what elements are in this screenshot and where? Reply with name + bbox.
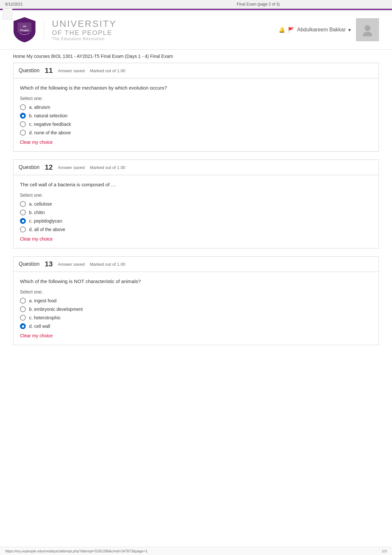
radio-12-d[interactable] bbox=[20, 227, 26, 232]
option-12-c-text: c. peptidoglycan bbox=[29, 218, 62, 224]
list-item[interactable]: d. cell wall bbox=[20, 323, 372, 329]
radio-13-a[interactable] bbox=[20, 298, 26, 304]
main-content: Question 11 Answer saved Marked out of 1… bbox=[0, 63, 392, 366]
bottom-bar: https://my.uopeople.edu/mod/quiz/attempt… bbox=[0, 547, 392, 555]
option-13-b-text: b. embryonic development bbox=[29, 307, 83, 312]
radio-11-b[interactable] bbox=[20, 113, 26, 119]
university-name: UNIVERSITY OF THE PEOPLE The Education R… bbox=[52, 19, 117, 41]
bell-icon[interactable]: 🔔 bbox=[279, 27, 285, 33]
option-13-a-text: a. ingest food bbox=[29, 298, 57, 303]
page-header: Uo People UNIVERSITY OF THE PEOPLE The E… bbox=[0, 10, 392, 50]
question-11-text: Which of the following is the mechanism … bbox=[20, 85, 372, 91]
university-main: UNIVERSITY bbox=[52, 19, 117, 29]
question-11-header: Question 11 Answer saved Marked out of 1… bbox=[13, 63, 379, 78]
list-item[interactable]: b. natural selection bbox=[20, 113, 372, 119]
radio-11-d[interactable] bbox=[20, 130, 26, 136]
page-indicator: 1/3 bbox=[382, 549, 387, 553]
question-11-body: Which of the following is the mechanism … bbox=[13, 78, 379, 151]
university-tagline: The Education Revolution bbox=[52, 37, 117, 41]
svg-text:Uo: Uo bbox=[23, 25, 26, 28]
notification-icons: 🔔 🚩 bbox=[279, 27, 294, 33]
question-11-status: Answer saved bbox=[58, 68, 85, 73]
browser-title: Final Exam (page 2 of 3) bbox=[237, 2, 280, 7]
header-divider bbox=[44, 20, 44, 40]
question-13-number: 13 bbox=[45, 260, 53, 268]
radio-11-a[interactable] bbox=[20, 104, 26, 110]
question-11-card: Question 11 Answer saved Marked out of 1… bbox=[13, 63, 379, 152]
option-13-c-text: c. heterotrophic bbox=[29, 315, 61, 320]
list-item[interactable]: c. negative feedback bbox=[20, 121, 372, 127]
breadcrumb: Home My courses BIOL 1301 - AY2021-T5 Fi… bbox=[0, 50, 392, 63]
question-13-label: Question bbox=[19, 261, 40, 267]
clear-choice-13[interactable]: Clear my choice bbox=[20, 333, 53, 338]
nav-hint bbox=[3, 8, 12, 20]
question-11-marked: Marked out of 1.00 bbox=[90, 68, 125, 73]
question-13-marked: Marked out of 1.00 bbox=[90, 262, 125, 267]
question-12-card: Question 12 Answer saved Marked out of 1… bbox=[13, 160, 379, 248]
question-12-header: Question 12 Answer saved Marked out of 1… bbox=[13, 160, 379, 175]
browser-bar: 8/12/2021 Final Exam (page 2 of 3) bbox=[0, 0, 392, 9]
user-menu[interactable]: 🔔 🚩 Abdulkareem Bakkar ▾ bbox=[279, 27, 351, 33]
question-13-status: Answer saved bbox=[58, 262, 85, 267]
user-name: Abdulkareem Bakkar bbox=[297, 27, 346, 33]
question-13-card: Question 13 Answer saved Marked out of 1… bbox=[13, 256, 379, 345]
option-11-b-text: b. natural selection bbox=[29, 113, 68, 118]
option-11-c-text: c. negative feedback bbox=[29, 122, 71, 127]
question-12-marked: Marked out of 1.00 bbox=[90, 165, 125, 170]
question-12-status: Answer saved bbox=[58, 165, 85, 170]
clear-choice-11[interactable]: Clear my choice bbox=[20, 140, 53, 145]
option-12-d-text: d. all of the above bbox=[29, 227, 65, 232]
question-11-label: Question bbox=[19, 68, 40, 74]
option-12-a-text: a. cellulose bbox=[29, 201, 52, 207]
page-url: https://my.uopeople.edu/mod/quiz/attempt… bbox=[5, 549, 148, 553]
question-12-number: 12 bbox=[45, 163, 53, 172]
option-13-d-text: d. cell wall bbox=[29, 324, 50, 329]
question-12-label: Question bbox=[19, 164, 40, 170]
radio-13-b[interactable] bbox=[20, 306, 26, 312]
flag-icon[interactable]: 🚩 bbox=[288, 27, 294, 33]
list-item[interactable]: a. ingest food bbox=[20, 298, 372, 304]
list-item[interactable]: c. peptidoglycan bbox=[20, 218, 372, 224]
breadcrumb-text: Home My courses BIOL 1301 - AY2021-T5 Fi… bbox=[13, 54, 173, 59]
svg-point-4 bbox=[363, 32, 372, 36]
option-12-b-text: b. chitin bbox=[29, 210, 45, 215]
radio-12-b[interactable] bbox=[20, 210, 26, 215]
question-12-select-label: Select one: bbox=[20, 193, 372, 198]
browser-date: 8/12/2021 bbox=[5, 2, 23, 7]
radio-12-c[interactable] bbox=[20, 218, 26, 224]
question-12-text: The cell wall of a bacteria is composed … bbox=[20, 182, 372, 187]
list-item[interactable]: b. embryonic development bbox=[20, 306, 372, 312]
header-right: 🔔 🚩 Abdulkareem Bakkar ▾ bbox=[279, 18, 379, 41]
question-13-options: a. ingest food b. embryonic development … bbox=[20, 298, 372, 329]
question-11-select-label: Select one: bbox=[20, 96, 372, 101]
question-11-number: 11 bbox=[45, 66, 53, 75]
question-13-select-label: Select one: bbox=[20, 289, 372, 294]
list-item[interactable]: a. altruism bbox=[20, 104, 372, 110]
university-logo: Uo People bbox=[13, 17, 36, 43]
radio-11-c[interactable] bbox=[20, 121, 26, 127]
question-12-body: The cell wall of a bacteria is composed … bbox=[13, 175, 379, 248]
question-13-text: Which of the following is NOT characteri… bbox=[20, 278, 372, 284]
radio-13-d[interactable] bbox=[20, 323, 26, 329]
option-11-d-text: d. none of the above bbox=[29, 130, 71, 135]
question-13-header: Question 13 Answer saved Marked out of 1… bbox=[13, 257, 379, 272]
question-13-body: Which of the following is NOT characteri… bbox=[13, 272, 379, 345]
list-item[interactable]: a. cellulose bbox=[20, 201, 372, 207]
list-item[interactable]: c. heterotrophic bbox=[20, 315, 372, 321]
dropdown-arrow[interactable]: ▾ bbox=[348, 27, 351, 33]
university-sub: OF THE PEOPLE bbox=[52, 29, 117, 37]
list-item[interactable]: d. all of the above bbox=[20, 227, 372, 232]
logo-area: Uo People UNIVERSITY OF THE PEOPLE The E… bbox=[13, 17, 117, 43]
svg-point-3 bbox=[365, 25, 370, 31]
question-11-options: a. altruism b. natural selection c. nega… bbox=[20, 104, 372, 136]
avatar bbox=[356, 18, 379, 41]
list-item[interactable]: d. none of the above bbox=[20, 130, 372, 136]
question-12-options: a. cellulose b. chitin c. peptidoglycan … bbox=[20, 201, 372, 232]
radio-12-a[interactable] bbox=[20, 201, 26, 207]
option-11-a-text: a. altruism bbox=[29, 105, 50, 110]
list-item[interactable]: b. chitin bbox=[20, 210, 372, 215]
clear-choice-12[interactable]: Clear my choice bbox=[20, 236, 53, 242]
radio-13-c[interactable] bbox=[20, 315, 26, 321]
svg-text:People: People bbox=[20, 29, 29, 32]
